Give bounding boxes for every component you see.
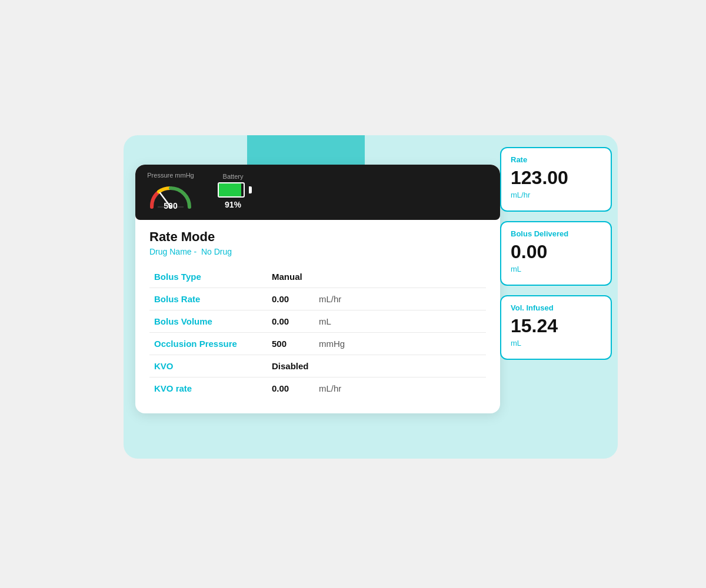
info-card-label: Rate (511, 155, 599, 164)
pressure-label: Pressure mmHg (147, 172, 194, 179)
outer-container: Pressure mmHg (88, 112, 618, 476)
table-row: KVO Disabled (149, 355, 486, 377)
param-label: KVO (149, 355, 267, 377)
battery-section: Battery 91% (218, 173, 248, 209)
param-unit: mL (314, 310, 486, 333)
main-card: Pressure mmHg (135, 165, 500, 413)
param-label: Occlusion Pressure (149, 333, 267, 355)
mode-title: Rate Mode (149, 229, 486, 245)
table-row: Occlusion Pressure 500 mmHg (149, 333, 486, 355)
info-card-label: Vol. Infused (511, 303, 599, 312)
params-table: Bolus Type Manual Bolus Rate 0.00 mL/hr … (149, 266, 486, 399)
param-label: Bolus Volume (149, 310, 267, 333)
table-row: Bolus Volume 0.00 mL (149, 310, 486, 333)
param-unit: mmHg (314, 333, 486, 355)
battery-fill (219, 183, 241, 196)
param-unit: mL/hr (314, 377, 486, 400)
pressure-section: Pressure mmHg (147, 172, 194, 211)
drug-value: No Drug (201, 247, 232, 256)
info-card: Rate 123.00 mL/hr (500, 147, 612, 212)
battery-percent: 91% (225, 200, 241, 209)
info-card: Bolus Delivered 0.00 mL (500, 221, 612, 286)
param-label: Bolus Type (149, 266, 267, 288)
side-cards: Rate 123.00 mL/hr Bolus Delivered 0.00 m… (500, 147, 612, 360)
device-display: Pressure mmHg (135, 165, 500, 220)
param-value: Disabled (267, 355, 314, 377)
drug-label: Drug Name - (149, 247, 197, 256)
info-card-value: 15.24 (511, 316, 599, 336)
battery-icon (218, 182, 248, 198)
battery-body (218, 182, 245, 198)
info-card-value: 0.00 (511, 242, 599, 262)
table-row: Bolus Rate 0.00 mL/hr (149, 288, 486, 310)
param-label: Bolus Rate (149, 288, 267, 310)
pressure-value: 500 (164, 201, 177, 211)
info-card-unit: mL (511, 265, 599, 273)
param-unit (314, 355, 486, 377)
drug-name: Drug Name - No Drug (149, 247, 486, 256)
battery-tip (249, 186, 252, 193)
battery-label: Battery (223, 173, 244, 180)
param-unit (314, 266, 486, 288)
info-card-label: Bolus Delivered (511, 229, 599, 238)
param-value: 0.00 (267, 310, 314, 333)
table-row: KVO rate 0.00 mL/hr (149, 377, 486, 400)
param-value: 0.00 (267, 377, 314, 400)
info-card: Vol. Infused 15.24 mL (500, 295, 612, 360)
gauge-container: 500 (147, 181, 194, 211)
table-row: Bolus Type Manual (149, 266, 486, 288)
info-card-value: 123.00 (511, 168, 599, 188)
param-value: 0.00 (267, 288, 314, 310)
info-card-unit: mL (511, 339, 599, 348)
param-unit: mL/hr (314, 288, 486, 310)
param-value: Manual (267, 266, 314, 288)
param-label: KVO rate (149, 377, 267, 400)
param-value: 500 (267, 333, 314, 355)
info-section: Rate Mode Drug Name - No Drug Bolus Type… (135, 220, 500, 413)
info-card-unit: mL/hr (511, 191, 599, 199)
